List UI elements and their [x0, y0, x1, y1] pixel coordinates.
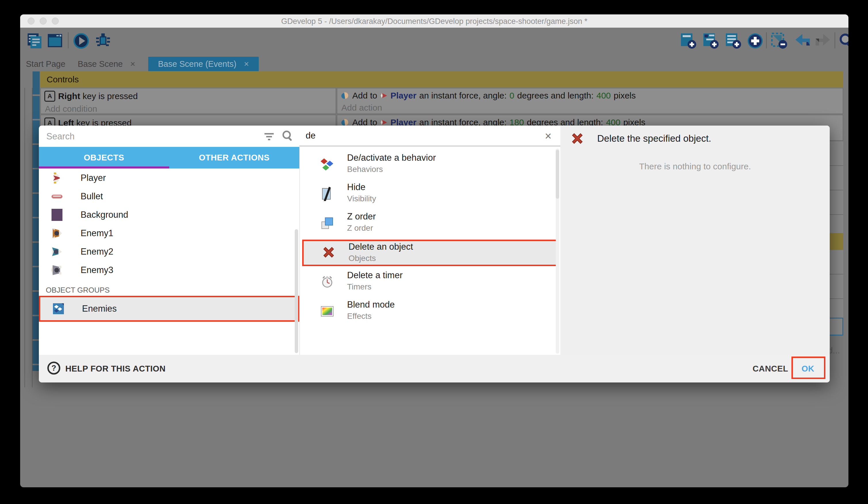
debug-icon[interactable]: [94, 32, 112, 50]
add-subevent-icon[interactable]: [702, 32, 720, 50]
add-condition-link[interactable]: Add condition: [45, 104, 335, 114]
cancel-button[interactable]: CANCEL: [753, 364, 788, 374]
ok-highlight-box: [792, 356, 825, 379]
event-gutter: [24, 88, 32, 387]
actions-scrollbar-thumb[interactable]: [556, 150, 559, 199]
enemy1-icon: [50, 226, 64, 240]
close-tab-icon[interactable]: ×: [244, 59, 249, 69]
action-description: Delete the specified object.: [597, 133, 711, 144]
window-title: GDevelop 5 - /Users/dkarakay/Documents/G…: [20, 17, 848, 26]
action-row-z-order[interactable]: Z order Z order: [302, 211, 558, 240]
help-button[interactable]: HELP FOR THIS ACTION: [65, 364, 165, 374]
toolbar-divider: [835, 32, 835, 48]
action-row-blend-mode[interactable]: Blend mode Effects: [302, 299, 558, 328]
keyboard-key-icon: A: [44, 91, 55, 102]
object-group-row-enemies[interactable]: Enemies: [39, 296, 299, 322]
action-row-hide[interactable]: Hide Visibility: [302, 181, 558, 211]
search-events-icon[interactable]: [838, 32, 848, 50]
toolbar-divider: [68, 32, 69, 48]
scene-editor-icon[interactable]: [46, 32, 63, 49]
player-object-icon: [380, 119, 388, 126]
object-row-enemy2[interactable]: Enemy2: [39, 242, 299, 261]
object-row-background[interactable]: Background: [39, 205, 299, 224]
player-icon: [50, 171, 64, 185]
bullet-icon: [50, 190, 64, 203]
panel-divider: [299, 147, 300, 355]
search-icon[interactable]: [281, 130, 294, 142]
tab-base-scene[interactable]: Base Scene×: [78, 57, 135, 71]
svg-text:?: ?: [52, 364, 56, 372]
add-action-link[interactable]: Add action: [341, 103, 843, 113]
project-manager-icon[interactable]: [26, 32, 43, 49]
player-object-icon: [380, 92, 388, 99]
action-search-input[interactable]: [299, 125, 560, 146]
tab-start-page[interactable]: Start Page: [26, 57, 65, 71]
object-row-enemy1[interactable]: Enemy1: [39, 224, 299, 242]
action-row-delete-timer[interactable]: Delete a timer Timers: [302, 270, 558, 299]
object-search-placeholder[interactable]: Search: [46, 131, 74, 142]
dialog-tabbar: OBJECTS OTHER ACTIONS: [39, 147, 299, 169]
nothing-to-configure-text: There is nothing to configure.: [560, 162, 830, 171]
tab-base-scene-events[interactable]: Base Scene (Events)×: [148, 57, 259, 71]
behavior-icon: [320, 157, 334, 172]
delete-event-icon[interactable]: [770, 32, 788, 50]
blend-mode-icon: [320, 304, 334, 319]
event-group-header[interactable]: Controls: [40, 71, 843, 87]
action-row-delete-object[interactable]: Delete an object Objects: [302, 240, 558, 266]
timer-icon: [320, 275, 334, 289]
titlebar: GDevelop 5 - /Users/dkarakay/Documents/G…: [20, 14, 848, 28]
enemy2-icon: [50, 245, 64, 258]
action-row-deactivate-behavior[interactable]: De/activate a behavior Behaviors: [302, 152, 558, 181]
delete-object-icon: [570, 131, 585, 146]
tab-objects[interactable]: OBJECTS: [39, 147, 169, 169]
object-row-enemy3[interactable]: Enemy3: [39, 261, 299, 279]
object-groups-label: OBJECT GROUPS: [46, 286, 110, 295]
tab-other-actions[interactable]: OTHER ACTIONS: [169, 147, 300, 169]
object-row-bullet[interactable]: Bullet: [39, 187, 299, 205]
undo-icon[interactable]: [794, 32, 812, 50]
object-row-player[interactable]: Player: [39, 169, 299, 187]
instruction-editor-dialog: Search × OBJECTS OTHER ACTIONS Player Bu…: [39, 125, 830, 382]
enemies-group-icon: [52, 302, 65, 315]
redo-icon[interactable]: [814, 32, 832, 50]
add-event-icon[interactable]: [679, 32, 698, 50]
filter-icon[interactable]: [264, 131, 275, 142]
play-icon[interactable]: [73, 32, 90, 50]
add-comment-icon[interactable]: [724, 32, 743, 50]
action-cell[interactable]: Add to Player an instant force, angle: 0…: [337, 88, 843, 114]
enemy3-icon: [50, 263, 64, 277]
force-hand-icon: [341, 91, 349, 100]
selected-tab-underline: [39, 167, 169, 169]
delete-object-icon: [321, 245, 336, 260]
help-icon[interactable]: ?: [47, 361, 61, 375]
screen: GDevelop 5 - /Users/dkarakay/Documents/G…: [0, 0, 868, 504]
close-tab-icon[interactable]: ×: [130, 59, 135, 69]
clear-search-icon[interactable]: ×: [545, 130, 551, 143]
z-order-icon: [320, 216, 334, 230]
toolbar-divider: [766, 32, 767, 48]
add-circle-icon[interactable]: [746, 32, 764, 50]
background-icon: [50, 208, 64, 221]
objects-scrollbar[interactable]: [295, 229, 298, 353]
hide-icon: [320, 187, 334, 201]
condition-cell[interactable]: A Right key is pressed Add condition: [40, 88, 336, 114]
